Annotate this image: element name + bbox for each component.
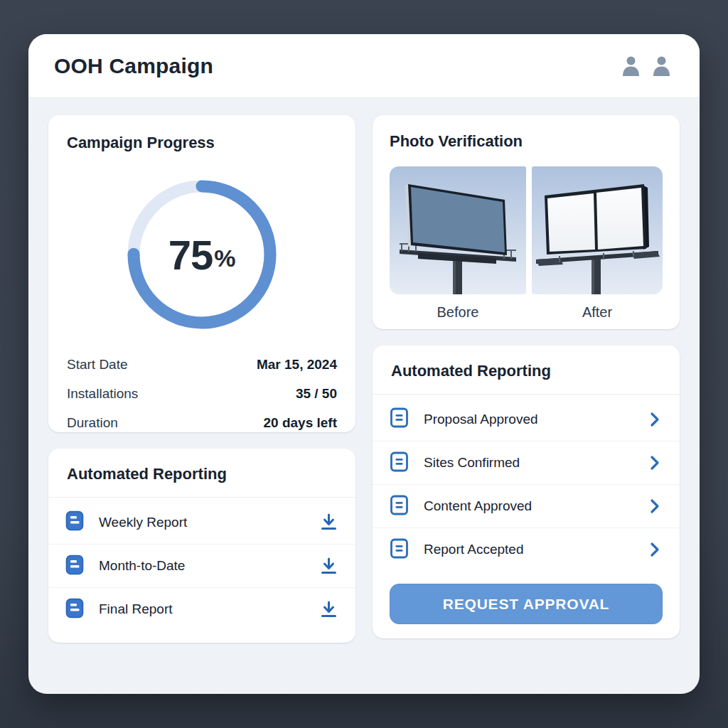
approval-doc-icon xyxy=(390,451,409,475)
approval-label: Proposal Approved xyxy=(424,412,538,427)
page-title: OOH Campaign xyxy=(54,54,213,78)
approvals-card-title: Automated Reporting xyxy=(391,362,661,380)
progress-percent-number: 75 xyxy=(168,231,213,279)
chevron-right-icon[interactable] xyxy=(647,541,663,558)
approval-doc-icon xyxy=(390,407,409,431)
approval-list: Proposal Approved xyxy=(373,397,680,571)
report-row-weekly[interactable]: Weekly Report xyxy=(48,500,355,544)
user-icon[interactable] xyxy=(621,55,641,77)
header-user-group xyxy=(621,55,671,77)
chevron-right-icon[interactable] xyxy=(647,498,663,515)
approval-label: Sites Confirmed xyxy=(424,455,520,471)
stat-label: Installations xyxy=(67,386,138,402)
approval-doc-icon xyxy=(390,538,409,562)
left-column: Campaign Progress 75 % xyxy=(48,115,355,643)
after-photo[interactable] xyxy=(532,166,663,294)
download-icon[interactable] xyxy=(319,513,338,532)
reports-card-title: Automated Reporting xyxy=(67,465,337,483)
app-header: OOH Campaign xyxy=(28,34,700,98)
approvals-card: Automated Reporting Proposal Approved xyxy=(373,346,680,638)
stat-label: Duration xyxy=(67,415,118,431)
chevron-right-icon[interactable] xyxy=(647,411,663,428)
approval-row-report[interactable]: Report Accepted xyxy=(373,528,680,571)
user-icon[interactable] xyxy=(652,55,671,77)
approval-row-content[interactable]: Content Approved xyxy=(373,484,680,528)
campaign-progress-title: Campaign Progress xyxy=(67,134,337,152)
app-window: OOH Campaign Campaign Progress xyxy=(28,34,700,694)
report-row-final[interactable]: Final Report xyxy=(48,587,355,631)
before-photo[interactable] xyxy=(390,166,526,294)
report-row-mtd[interactable]: Month-to-Date xyxy=(48,544,355,587)
approval-label: Content Approved xyxy=(424,498,532,514)
report-label: Final Report xyxy=(99,601,173,617)
campaign-stats: Start Date Mar 15, 2024 Installations 35… xyxy=(67,350,337,437)
stat-label: Start Date xyxy=(67,357,128,373)
download-icon[interactable] xyxy=(319,557,338,576)
stat-value: Mar 15, 2024 xyxy=(257,357,337,373)
chevron-right-icon[interactable] xyxy=(647,454,663,471)
report-label: Weekly Report xyxy=(99,515,187,530)
approval-doc-icon xyxy=(390,495,409,518)
after-label: After xyxy=(532,304,663,321)
progress-donut-wrap: 75 % xyxy=(67,175,337,334)
report-doc-icon xyxy=(65,555,84,578)
stat-value: 35 / 50 xyxy=(296,386,337,402)
approval-row-proposal[interactable]: Proposal Approved xyxy=(373,397,680,441)
report-doc-icon xyxy=(65,510,84,534)
download-icon[interactable] xyxy=(319,600,338,619)
progress-percent-sign: % xyxy=(214,245,235,272)
photo-verification-card: Photo Verification xyxy=(373,115,680,329)
progress-percent: 75 % xyxy=(122,175,282,334)
before-label: Before xyxy=(390,304,526,321)
stat-row-duration: Duration 20 days left xyxy=(67,408,337,437)
report-doc-icon xyxy=(65,598,84,621)
approval-row-sites[interactable]: Sites Confirmed xyxy=(373,441,680,484)
campaign-progress-card: Campaign Progress 75 % xyxy=(48,115,355,432)
report-label: Month-to-Date xyxy=(99,558,185,574)
stat-row-installations: Installations 35 / 50 xyxy=(67,379,337,408)
dashboard-body: Campaign Progress 75 % xyxy=(28,98,700,660)
reports-card: Automated Reporting Weekly Report xyxy=(48,449,355,643)
stat-value: 20 days left xyxy=(264,415,338,431)
photo-verification-title: Photo Verification xyxy=(390,132,663,151)
request-approval-button[interactable]: REQUEST APPROVAL xyxy=(390,584,663,624)
stat-row-start-date: Start Date Mar 15, 2024 xyxy=(67,350,337,379)
approval-label: Report Accepted xyxy=(424,542,523,557)
report-list: Weekly Report xyxy=(48,500,355,633)
right-column: Photo Verification xyxy=(373,115,680,643)
